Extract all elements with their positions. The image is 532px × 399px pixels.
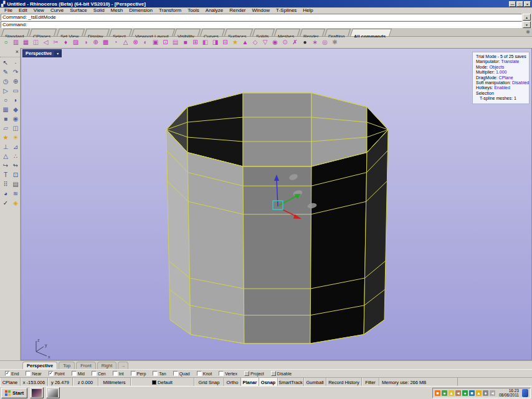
toolbar-tab[interactable]: Viewport Layout bbox=[131, 29, 175, 36]
ts-symmetry-icon[interactable]: ◐ bbox=[141, 38, 150, 47]
checkbox[interactable] bbox=[244, 371, 249, 376]
tray-network-icon[interactable]: ● bbox=[462, 390, 468, 396]
shaded-view-icon[interactable]: ◕ bbox=[1, 190, 10, 198]
tray-security-icon[interactable]: ▲ bbox=[476, 390, 482, 396]
status-layer[interactable]: Default bbox=[131, 378, 194, 387]
menu-item[interactable]: Mesh bbox=[108, 7, 126, 13]
ts-from-box-icon[interactable]: ▦ bbox=[21, 38, 31, 47]
toolbar-tab[interactable]: Select bbox=[109, 29, 132, 36]
surface-corner-icon[interactable]: ◆ bbox=[11, 105, 20, 114]
viewport-tab[interactable]: Top bbox=[59, 362, 75, 369]
contour-icon[interactable]: ≋ bbox=[11, 190, 20, 198]
gem-icon[interactable]: ◈ bbox=[11, 199, 20, 208]
ts-unweld-icon[interactable]: ⊟ bbox=[221, 38, 230, 47]
menu-item[interactable]: Dimension bbox=[126, 7, 156, 13]
dimension-icon[interactable]: ⊡ bbox=[11, 171, 20, 180]
plane-icon[interactable]: ▱ bbox=[1, 124, 10, 133]
curve-edit-icon[interactable]: ↷ bbox=[11, 68, 20, 77]
toolbar-tab[interactable]: Solids bbox=[252, 29, 275, 36]
toolbar-tab[interactable]: CPlanes bbox=[30, 29, 57, 36]
ts-smooth-point-icon[interactable]: ∗ bbox=[310, 38, 320, 47]
tray-speaker-icon[interactable]: ◄ bbox=[490, 390, 495, 396]
close-button[interactable]: × bbox=[524, 1, 531, 7]
status-y-coordinate[interactable]: y 26.479 bbox=[48, 378, 73, 387]
menu-item[interactable]: Analyze bbox=[202, 7, 226, 13]
checkbox[interactable] bbox=[219, 371, 224, 376]
status-x-coordinate[interactable]: x -153.006 bbox=[21, 378, 48, 387]
checkbox[interactable] bbox=[173, 371, 178, 376]
explode-icon[interactable]: ★ bbox=[1, 133, 10, 142]
ts-crease-edge-icon[interactable]: △ bbox=[121, 38, 130, 47]
osnap-near[interactable]: Near bbox=[26, 371, 41, 376]
taskbar-app-rhino-gray[interactable] bbox=[46, 387, 60, 398]
scale-icon[interactable]: △ bbox=[1, 152, 10, 161]
menu-item[interactable]: Surface bbox=[67, 7, 90, 13]
toolbar-tab[interactable]: Visibility bbox=[174, 29, 201, 36]
curve-draw-icon[interactable]: ✎ bbox=[1, 68, 10, 77]
layer-icon[interactable]: ▤ bbox=[11, 180, 20, 189]
ts-star-point-icon[interactable]: ★ bbox=[230, 38, 240, 47]
status-grid-snap[interactable]: Grid Snap bbox=[194, 378, 224, 387]
move-icon[interactable]: ⊥ bbox=[1, 143, 10, 151]
checkbox[interactable] bbox=[49, 371, 54, 376]
toolbar-tab[interactable]: Drafting bbox=[325, 29, 351, 36]
status-smarttrack[interactable]: SmartTrack bbox=[278, 378, 304, 387]
toolbar-tab[interactable]: All commands bbox=[350, 29, 392, 36]
viewport-title-tab[interactable]: Perspective ▼ bbox=[22, 49, 62, 57]
restore-button[interactable]: □ bbox=[516, 1, 523, 7]
ts-bridge-icon[interactable]: ◨ bbox=[211, 38, 220, 47]
checkbox[interactable] bbox=[92, 371, 97, 376]
osnap-disable[interactable]: Disable bbox=[271, 371, 292, 376]
ts-layer-manager-icon[interactable]: ▤ bbox=[171, 38, 180, 47]
menu-item[interactable]: T-Splines bbox=[273, 7, 300, 13]
viewport-tab[interactable]: → bbox=[118, 362, 128, 369]
ts-convert-mesh-icon[interactable]: ▥ bbox=[11, 38, 21, 47]
checkbox[interactable] bbox=[271, 371, 276, 376]
ts-split-face-icon[interactable]: ✂ bbox=[51, 38, 60, 47]
checkbox[interactable] bbox=[113, 371, 118, 376]
ellipse-icon[interactable]: ⊕ bbox=[11, 77, 20, 86]
tray-update-icon[interactable]: ■ bbox=[435, 390, 440, 396]
command-scroll-down-button[interactable]: ▼ bbox=[523, 21, 531, 28]
tray-warning-icon[interactable]: ▲ bbox=[449, 390, 454, 396]
ts-append-face-icon[interactable]: ⊞ bbox=[191, 38, 200, 47]
toolbar-tab[interactable]: Surfaces bbox=[224, 29, 253, 36]
menu-item[interactable]: View bbox=[31, 7, 47, 13]
array-icon[interactable]: ∴ bbox=[11, 152, 20, 161]
status-gumball[interactable]: Gumball bbox=[304, 378, 326, 387]
checkbox[interactable] bbox=[5, 371, 10, 376]
osnap-perp[interactable]: Perp bbox=[131, 371, 146, 376]
ts-delete-face-icon[interactable]: ⊗ bbox=[131, 38, 140, 47]
ts-edge-mode-icon[interactable]: ◑ bbox=[81, 38, 90, 47]
menu-item[interactable]: Help bbox=[300, 7, 316, 13]
ts-extrude-face-icon[interactable]: ▲ bbox=[240, 38, 250, 47]
sphere-icon[interactable]: ◉ bbox=[11, 115, 20, 123]
tray-language-icon[interactable] bbox=[522, 389, 528, 397]
status-cplane[interactable]: CPlane bbox=[0, 378, 21, 387]
flow-icon[interactable]: ↬ bbox=[11, 161, 20, 170]
menu-item[interactable]: Transform bbox=[156, 7, 184, 13]
ts-match-surface-icon[interactable]: ◎ bbox=[320, 38, 330, 47]
circle-icon[interactable]: ◷ bbox=[1, 77, 10, 86]
polyline-icon[interactable]: ▷ bbox=[1, 87, 10, 95]
minimize-button[interactable]: — bbox=[509, 1, 516, 7]
menu-item[interactable]: Tools bbox=[184, 7, 202, 13]
ts-vertex-mode-icon[interactable]: ♦ bbox=[61, 38, 70, 47]
arc-icon[interactable]: ◗ bbox=[11, 96, 20, 105]
osnap-point[interactable]: Point bbox=[49, 371, 65, 376]
select-arrow-icon[interactable]: ↖ bbox=[1, 59, 10, 67]
menu-item[interactable]: Solid bbox=[90, 7, 108, 13]
status-osnap[interactable]: Osnap bbox=[259, 378, 278, 387]
toolbar-tab[interactable]: Display bbox=[84, 29, 109, 36]
menu-item[interactable]: Edit bbox=[16, 7, 31, 13]
ts-shell-icon[interactable]: ◇ bbox=[250, 38, 260, 47]
menu-item[interactable]: Curve bbox=[47, 7, 67, 13]
fillet-icon[interactable]: ☀ bbox=[11, 133, 20, 142]
circle-center-icon[interactable]: ○ bbox=[1, 96, 10, 105]
osnap-end[interactable]: End bbox=[5, 371, 19, 376]
tray-volume-icon[interactable]: ◄ bbox=[455, 390, 461, 396]
taskbar-app-rhino-render[interactable] bbox=[30, 387, 44, 398]
ts-subdivide-face-icon[interactable]: ▩ bbox=[101, 38, 110, 47]
toolbar-tab[interactable]: Curves bbox=[200, 29, 225, 36]
viewport-tab[interactable]: Right bbox=[97, 362, 117, 369]
